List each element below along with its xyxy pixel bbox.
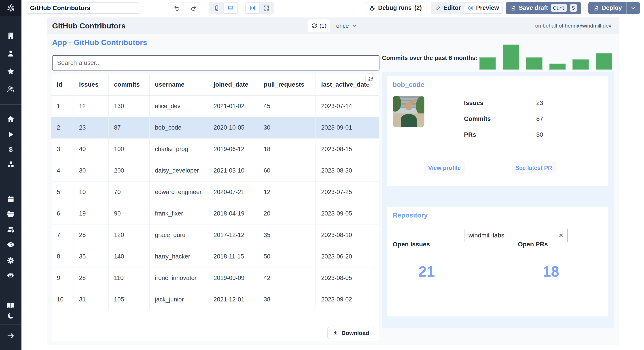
home-icon[interactable] [5,114,16,124]
column-header-username[interactable]: username [149,74,208,95]
deploy-button[interactable]: Deploy [588,2,626,14]
table-cell: 25 [74,224,108,246]
app-title-input[interactable] [26,3,140,14]
fullscreen-icon[interactable] [260,3,273,14]
table-cell: 2023-08-10 [316,224,379,246]
table-cell: 2 [52,117,74,138]
column-header-joined_date[interactable]: joined_date [208,74,258,95]
table-row-bob_code[interactable]: 22387bob_code2020-10-05302023-09-01 [52,117,379,138]
windmill-logo[interactable] [0,0,22,16]
table-cell: alice_dev [149,95,208,117]
table-cell: 1 [52,95,74,117]
redo-button[interactable] [185,3,202,14]
table-cell: 110 [108,267,149,289]
group-icon[interactable] [5,84,16,94]
table-cell: daisy_developer [149,160,208,181]
table-refresh-button[interactable] [366,73,376,84]
center-align-button[interactable] [246,3,260,14]
arrow-right-icon[interactable] [5,330,16,341]
refresh-icon [368,76,374,82]
kbd-s: S [570,4,577,12]
save-draft-button[interactable]: Save draft CtrlS [506,2,581,14]
building-icon[interactable] [5,31,16,41]
open-prs-metric: Open PRs18 [518,241,584,280]
table-cell: 2018-04-19 [208,203,258,224]
cubes-icon[interactable] [5,159,16,170]
dollar-icon[interactable]: $ [5,144,16,155]
moon-icon[interactable] [5,310,16,321]
table-cell: 28 [74,267,108,289]
table-cell: 87 [108,117,149,138]
mobile-view-button[interactable] [210,3,224,14]
table-cell: 40 [74,138,108,160]
table-cell: harry_hacker [149,246,208,267]
table-cell: 2023-08-30 [316,160,379,181]
user-card: bob_code Issues23Commits87PRs30 View pro… [387,76,608,186]
table-cell: charlie_prog [149,138,208,160]
table-row-edward_engineer[interactable]: 51070edward_engineer2020-07-21122023-07-… [52,181,379,203]
table-cell: 2021-12-01 [208,289,258,310]
table-cell: 200 [108,160,149,181]
calendar-icon[interactable] [5,194,16,205]
column-header-issues[interactable]: issues [74,74,108,95]
folder-icon[interactable] [5,209,16,219]
gear-icon[interactable] [5,255,16,266]
stat-label: Issues [464,99,536,107]
table-cell: 19 [74,203,108,224]
clear-input-button[interactable] [556,230,566,241]
kebab-menu-button[interactable] [350,3,357,14]
table-row-charlie_prog[interactable]: 340100charlie_prog2019-06-12182023-08-15 [52,138,379,160]
editor-tab[interactable]: Editor [432,3,464,14]
table-row-jack_junior[interactable]: 1031105jack_junior2021-12-01382023-09-02 [52,289,379,310]
table-row-frank_fixer[interactable]: 61990frank_fixer2018-04-19202023-09-05 [52,203,379,224]
table-row-harry_hacker[interactable]: 835140harry_hacker2018-11-15502023-06-20 [52,246,379,267]
table-cell: 100 [108,138,149,160]
table-cell: grace_guru [149,224,208,246]
table-row-alice_dev[interactable]: 112130alice_dev2021-01-02452023-07-14 [52,95,379,117]
deploy-menu-button[interactable] [626,2,640,14]
book-icon[interactable] [5,300,16,311]
see-latest-pr-button[interactable]: See latest PR [512,161,556,174]
app-header-bar: GitHub Contributors (1) once on behalf o… [48,18,619,34]
schedule-dropdown[interactable]: once [335,22,359,30]
play-icon[interactable] [5,129,16,140]
eye-icon[interactable] [5,239,16,250]
kbd-ctrl: Ctrl [551,4,567,12]
column-header-commits[interactable]: commits [108,74,149,95]
undo-button[interactable] [168,3,185,14]
view-profile-button[interactable]: View profile [424,161,465,174]
table-cell: 2023-06-20 [316,246,379,267]
star-icon[interactable] [5,66,16,77]
column-header-pull_requests[interactable]: pull_requests [258,74,316,95]
repository-input[interactable] [464,229,568,242]
table-cell: 12 [74,95,108,117]
column-header-id[interactable]: id [52,74,74,95]
metric-value: 18 [518,263,584,280]
person-icon[interactable] [5,48,16,59]
search-input[interactable] [52,55,380,71]
users-gear-icon[interactable] [5,224,16,235]
stat-row-issues: Issues23 [464,95,603,111]
desktop-view-button[interactable] [224,3,237,14]
bug-icon [369,5,376,12]
table-row-daisy_developer[interactable]: 430200daisy_developer2021-03-10602023-08… [52,160,379,181]
download-button[interactable]: Download [327,327,374,339]
table-cell: bob_code [149,117,208,138]
preview-tab[interactable]: Preview [464,3,502,14]
robot-icon[interactable] [5,270,16,281]
refresh-button[interactable]: (1) [308,20,330,32]
stat-row-prs: PRs30 [464,127,603,143]
metric-label: Open PRs [518,241,584,248]
table-cell: 2018-11-15 [208,246,258,267]
debug-runs-button[interactable]: Debug runs (2) [364,2,426,14]
table-row-irene_innovator[interactable]: 928110irene_innovator2019-09-09422023-08… [52,267,379,289]
commits-bar-chart [480,45,614,70]
table-cell: 6 [52,203,74,224]
sidebar-divider [0,104,22,105]
table-row-grace_guru[interactable]: 725120grace_guru2017-12-12352023-08-10 [52,224,379,246]
table-cell: 31 [74,289,108,310]
table-cell: 2023-09-02 [316,289,379,310]
save-icon [593,5,599,11]
table-cell: 60 [258,160,316,181]
table-cell: 10 [74,181,108,203]
